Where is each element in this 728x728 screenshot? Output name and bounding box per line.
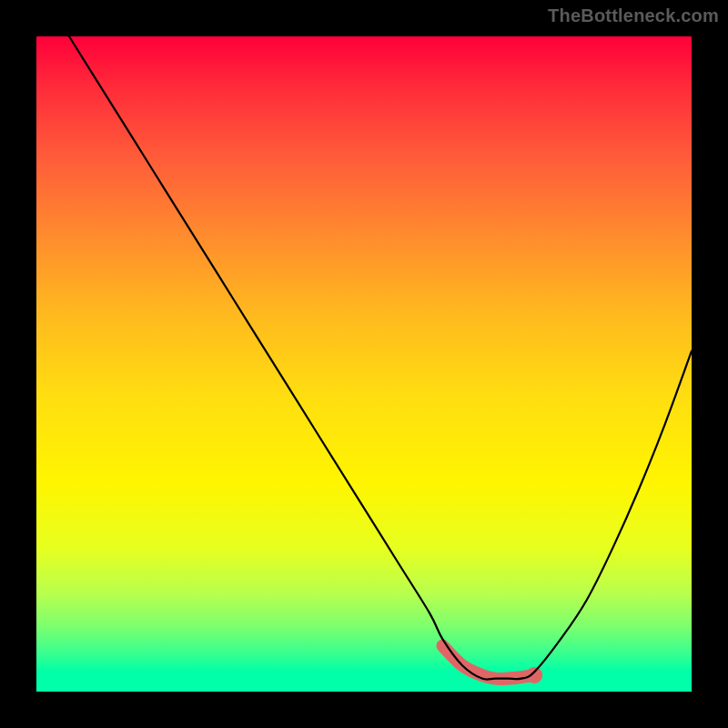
chart-frame: TheBottleneck.com	[0, 0, 728, 728]
plot-area	[36, 36, 692, 692]
watermark-text: TheBottleneck.com	[548, 5, 719, 26]
bottleneck-highlight-end-dot	[526, 667, 542, 683]
chart-svg	[36, 36, 692, 692]
bottleneck-curve	[36, 0, 692, 680]
bottleneck-highlight	[442, 646, 534, 679]
